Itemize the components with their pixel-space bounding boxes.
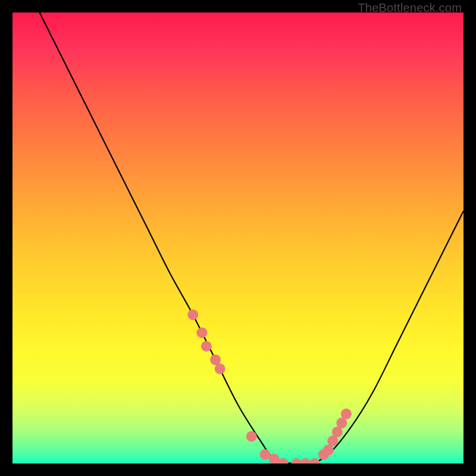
- chart-frame: TheBottleneck.com: [0, 0, 476, 476]
- highlight-dot: [196, 327, 207, 338]
- highlight-dots: [187, 309, 352, 464]
- highlight-dot: [300, 458, 311, 464]
- plot-area: [12, 12, 464, 464]
- highlight-dot: [201, 341, 212, 352]
- highlight-dot: [309, 458, 320, 464]
- highlight-dot: [246, 431, 257, 442]
- curve-line: [40, 12, 464, 464]
- highlight-dot: [341, 409, 352, 419]
- bottleneck-curve: [12, 12, 464, 464]
- highlight-dot: [187, 309, 198, 320]
- highlight-dot: [292, 458, 302, 464]
- highlight-dot: [215, 364, 226, 374]
